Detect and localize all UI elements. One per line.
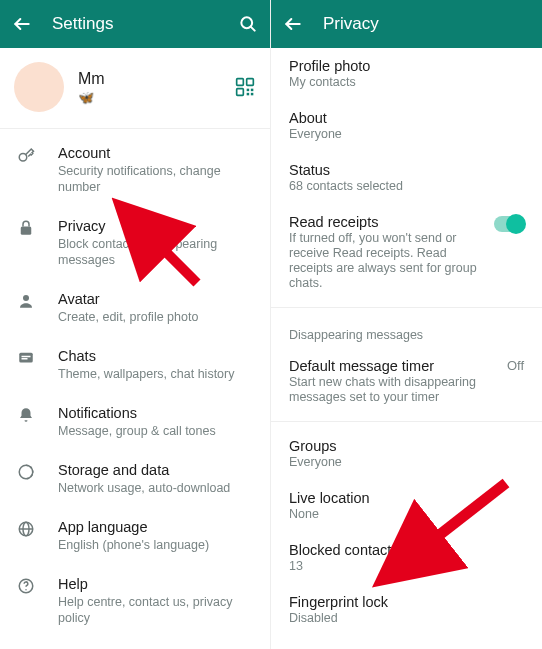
default-timer-value: Off [507, 358, 524, 373]
svg-rect-15 [22, 358, 28, 360]
search-icon[interactable] [236, 12, 260, 36]
read-receipts-toggle[interactable] [494, 216, 524, 232]
help-icon [14, 575, 38, 626]
lock-icon [14, 217, 38, 268]
privacy-title: Privacy [323, 14, 532, 34]
svg-rect-9 [251, 93, 254, 96]
settings-item-chats[interactable]: ChatsTheme, wallpapers, chat history [0, 336, 270, 393]
privacy-item-groups[interactable]: Groups Everyone [271, 428, 542, 480]
svg-rect-7 [251, 89, 254, 92]
svg-rect-5 [237, 89, 244, 96]
svg-line-2 [251, 27, 255, 31]
settings-item-avatar[interactable]: AvatarCreate, edit, profile photo [0, 279, 270, 336]
settings-item-privacy[interactable]: PrivacyBlock contacts, disappearing mess… [0, 206, 270, 279]
svg-rect-4 [247, 79, 254, 86]
privacy-panel: Privacy Profile photo My contacts About … [271, 0, 542, 649]
profile-status-emoji: 🦋 [78, 90, 234, 105]
svg-rect-13 [19, 353, 33, 363]
bell-icon [14, 404, 38, 439]
globe-icon [14, 518, 38, 553]
settings-topbar: Settings [0, 0, 270, 48]
privacy-item-about[interactable]: About Everyone [271, 100, 542, 152]
avatar [14, 62, 64, 112]
privacy-topbar: Privacy [271, 0, 542, 48]
svg-rect-6 [247, 89, 250, 92]
back-arrow-icon[interactable] [281, 12, 305, 36]
divider [271, 307, 542, 308]
svg-rect-3 [237, 79, 244, 86]
settings-item-invite[interactable]: Invite a friend [0, 637, 270, 649]
back-arrow-icon[interactable] [10, 12, 34, 36]
svg-rect-11 [21, 227, 32, 235]
privacy-item-default-timer[interactable]: Default message timer Start new chats wi… [271, 348, 542, 415]
settings-panel: Settings Mm 🦋 AccountSec [0, 0, 271, 649]
settings-item-storage[interactable]: Storage and dataNetwork usage, auto-down… [0, 450, 270, 507]
privacy-item-blocked-contacts[interactable]: Blocked contacts 13 [271, 532, 542, 584]
settings-item-help[interactable]: HelpHelp centre, contact us, privacy pol… [0, 564, 270, 637]
svg-rect-14 [22, 356, 31, 358]
privacy-item-fingerprint[interactable]: Fingerprint lock Disabled [271, 584, 542, 636]
divider [0, 128, 270, 129]
divider [271, 421, 542, 422]
key-icon [14, 144, 38, 195]
settings-title: Settings [52, 14, 236, 34]
svg-point-12 [23, 295, 29, 301]
qr-icon[interactable] [234, 76, 256, 98]
profile-name: Mm [78, 70, 234, 88]
svg-point-21 [25, 589, 27, 591]
settings-item-language[interactable]: App languageEnglish (phone's language) [0, 507, 270, 564]
section-disappearing: Disappearing messages [271, 314, 542, 348]
settings-item-notifications[interactable]: NotificationsMessage, group & call tones [0, 393, 270, 450]
privacy-item-live-location[interactable]: Live location None [271, 480, 542, 532]
chat-icon [14, 347, 38, 382]
privacy-item-status[interactable]: Status 68 contacts selected [271, 152, 542, 204]
data-icon [14, 461, 38, 496]
privacy-item-read-receipts[interactable]: Read receipts If turned off, you won't s… [271, 204, 542, 301]
avatar-icon [14, 290, 38, 325]
privacy-item-profile-photo[interactable]: Profile photo My contacts [271, 48, 542, 100]
svg-rect-8 [247, 93, 250, 96]
profile-row[interactable]: Mm 🦋 [0, 48, 270, 128]
settings-item-account[interactable]: AccountSecurity notifications, change nu… [0, 133, 270, 206]
